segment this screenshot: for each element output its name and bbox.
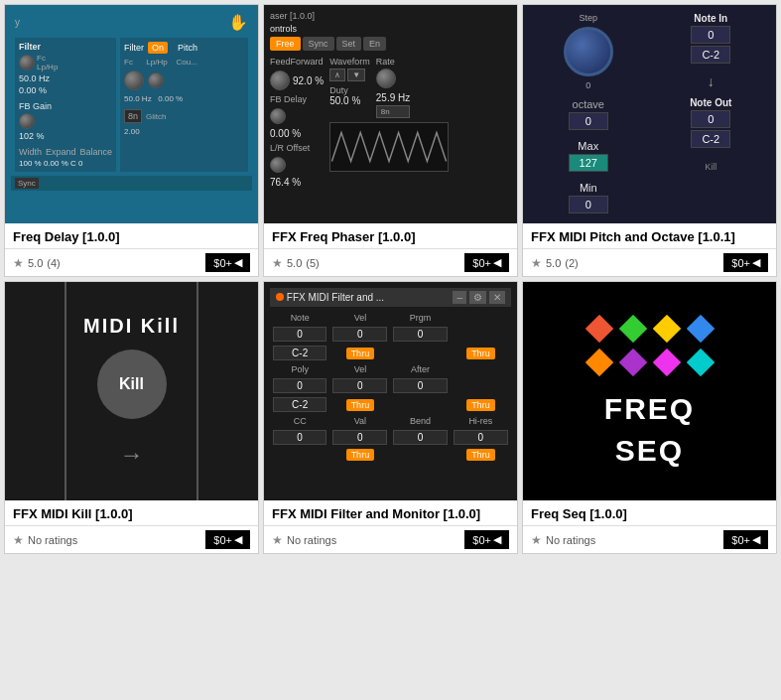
card-freq-seq: FREQ SEQ Freq Seq [1.0.0] ★ No ratings $…	[522, 281, 777, 554]
fc-knob[interactable]	[19, 55, 35, 70]
price-button-midi-kill[interactable]: $0+ ◀	[205, 530, 250, 549]
phaser-right-col: Waveform ∧ ▼ Duty 50.0 % Rate 25.9 Hz	[329, 57, 449, 188]
diamond-green	[619, 315, 647, 343]
octave-section: octave 0	[569, 98, 608, 132]
arrow-right-icon: →	[120, 441, 144, 469]
arrow-down-icon: ↓	[708, 73, 715, 89]
feedforward-label: FeedForward	[270, 57, 324, 67]
fb-gain-knob[interactable]	[19, 113, 35, 129]
rating-pitch: ★ 5.0 (2)	[531, 256, 579, 270]
fd-label-y: y	[15, 17, 20, 28]
card-footer-freq-delay: ★ 5.0 (4) $0+ ◀	[5, 248, 258, 276]
card-title-phaser: FFX Freq Phaser [1.0.0]	[264, 223, 517, 248]
diamond-purple	[619, 349, 647, 376]
svg-rect-6	[653, 349, 681, 376]
freqseq-logo: FREQ SEQ	[586, 315, 715, 468]
price-button-freq-delay[interactable]: $0+ ◀	[205, 253, 250, 272]
kill-label: Kill	[705, 162, 716, 172]
download-icon: ◀	[493, 256, 501, 269]
price-button-phaser[interactable]: $0+ ◀	[464, 253, 509, 272]
pitch-knob[interactable]	[124, 70, 144, 90]
minimize-button[interactable]: –	[453, 291, 466, 304]
rating-midi-kill: ★ No ratings	[13, 533, 81, 547]
waveform-label: Waveform	[329, 57, 370, 67]
fb-gain-label: FB Gain	[19, 101, 112, 111]
tab-en[interactable]: En	[363, 37, 386, 51]
vel-thru-2: Thru	[346, 399, 375, 411]
min-section: Min 0	[531, 182, 646, 215]
val-col-header: Val	[329, 414, 390, 428]
sync-label: Sync	[15, 178, 39, 189]
download-icon: ◀	[234, 533, 242, 546]
price-button-filter[interactable]: $0+ ◀	[464, 530, 509, 549]
rating-phaser: ★ 5.0 (5)	[272, 256, 320, 270]
hires-col-header: Hi-res	[451, 414, 511, 428]
max-value: 127	[569, 154, 608, 172]
prgm-col-header: Prgm	[390, 311, 450, 325]
tab-set[interactable]: Set	[336, 37, 362, 51]
note-val-1: 0	[273, 327, 326, 342]
card-preview-filter: FFX MIDI Filter and ... – ⚙ ✕ Note Vel P…	[264, 282, 517, 500]
note-col-header: Note	[270, 311, 329, 325]
diamond-red	[586, 315, 613, 343]
pitch-label: Pitch	[178, 43, 197, 53]
max-section: Max 127	[531, 140, 646, 174]
freqseq-text-2: SEQ	[615, 434, 684, 468]
settings-button[interactable]: ⚙	[469, 291, 486, 304]
rating-freqseq: ★ No ratings	[531, 533, 599, 547]
card-title-freq-delay: Freq Delay [1.0.0]	[5, 223, 258, 248]
price-label: $0+	[213, 534, 232, 546]
price-label: $0+	[731, 257, 750, 269]
kill-button[interactable]: Kill	[97, 350, 167, 419]
min-label: Min	[531, 182, 646, 194]
star-icon: ★	[531, 533, 542, 547]
fb-delay-knob[interactable]	[270, 108, 286, 124]
card-ffx-midi-kill: MIDI Kill Kill → FFX MIDI Kill [1.0.0] ★…	[4, 281, 259, 554]
phaser-tabs: Free Sync Set En	[270, 37, 511, 51]
right-line	[196, 282, 198, 500]
lr-offset-knob[interactable]	[270, 157, 286, 173]
fc-right-knob[interactable]	[148, 72, 164, 88]
note-val-2: C-2	[273, 346, 326, 360]
star-icon: ★	[531, 256, 542, 270]
hires-thru: Thru	[466, 449, 495, 461]
vel2-col-header: Vel	[329, 362, 390, 376]
tab-free[interactable]: Free	[270, 37, 301, 51]
price-button-freqseq[interactable]: $0+ ◀	[723, 530, 768, 549]
step-knob[interactable]	[564, 27, 613, 76]
freqseq-text: FREQ	[604, 392, 695, 426]
card-title-filter: FFX MIDI Filter and Monitor [1.0.0]	[264, 500, 517, 525]
card-title-midi-kill: FFX MIDI Kill [1.0.0]	[5, 500, 258, 525]
hand-icon: ✋	[228, 13, 248, 32]
filter-dot	[276, 293, 284, 301]
poly-col-header: Poly	[270, 362, 329, 376]
balance-label: Balance	[80, 147, 113, 157]
after-val-1: 0	[393, 378, 447, 393]
price-label: $0+	[213, 257, 232, 269]
feedforward-knob[interactable]	[270, 70, 290, 90]
rating-count: (2)	[565, 257, 578, 269]
rate-knob[interactable]	[376, 69, 396, 88]
vel-col-header: Vel	[329, 311, 390, 325]
rating-value: 5.0	[546, 257, 561, 269]
close-button[interactable]: ✕	[489, 291, 505, 304]
note-out-value1: 0	[691, 110, 730, 128]
prgm-val-1: 0	[393, 327, 447, 342]
price-button-pitch[interactable]: $0+ ◀	[723, 253, 768, 272]
rating-count: (4)	[47, 257, 60, 269]
expand-label: Expand	[46, 147, 76, 157]
rating-value: 5.0	[28, 257, 43, 269]
val-thru: Thru	[346, 449, 375, 461]
diamond-yellow	[653, 315, 681, 343]
fb-delay-label: FB Delay	[270, 94, 324, 104]
vel-val-1: 0	[332, 327, 387, 342]
card-footer-filter: ★ No ratings $0+ ◀	[264, 525, 517, 553]
rating-freq-delay: ★ 5.0 (4)	[13, 256, 61, 270]
tab-sync[interactable]: Sync	[303, 37, 334, 51]
max-label: Max	[531, 140, 646, 152]
octave-value: 0	[569, 112, 608, 130]
svg-rect-1	[619, 315, 647, 343]
svg-rect-7	[687, 349, 715, 376]
lr-offset-label: L/R Offset	[270, 143, 324, 153]
rating-filter: ★ No ratings	[272, 533, 340, 547]
